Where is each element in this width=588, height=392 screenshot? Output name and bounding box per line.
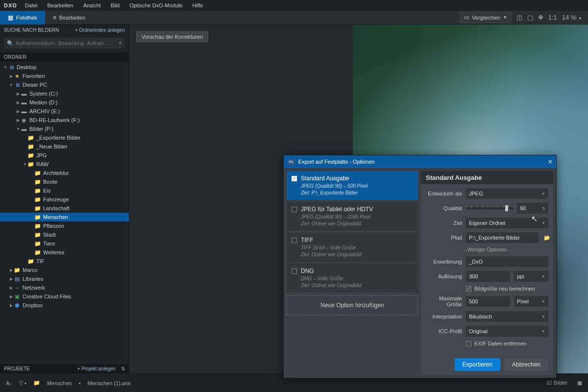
preview-corrections-chip[interactable]: Vorschau der Korrekturen xyxy=(136,31,208,42)
path-field[interactable]: P:\_Exportierte Bilder xyxy=(466,232,539,243)
tree-landschaft[interactable]: 📁Landschaft xyxy=(0,204,129,213)
menu-bearbeiten[interactable]: Bearbeiten xyxy=(43,2,78,8)
tree-favoriten[interactable]: ▶★Favoriten xyxy=(0,72,129,80)
dropbox-icon: ⬢ xyxy=(14,302,21,309)
checkbox-resize[interactable]: ✓ xyxy=(466,286,471,292)
toggle-options-link[interactable]: - Weniger Optionen - xyxy=(426,247,548,252)
mode-bearbeiten[interactable]: ≡ Bearbeiten xyxy=(45,11,93,24)
tree-eis[interactable]: 📁Eis xyxy=(0,186,129,195)
layout-split-icon[interactable]: ◫ xyxy=(516,14,522,21)
slider-thumb[interactable] xyxy=(505,205,508,211)
preset-dng[interactable]: DNG DNG – Volle Größe Ziel: Ordner wie O… xyxy=(287,264,418,293)
tree-medien-d[interactable]: ▶▬Medien (D:) xyxy=(0,98,129,107)
search-box[interactable]: 🔍 × xyxy=(4,38,125,49)
preset-tablet-hdtv[interactable]: JPEG für Tablet oder HDTV JPEG (Qualität… xyxy=(287,202,418,231)
icc-select[interactable]: Original▼ xyxy=(466,326,548,337)
preset-standard[interactable]: ✓Standard Ausgabe JPEG (Qualität 90) – 5… xyxy=(287,171,418,200)
chevron-down-icon: ▼ xyxy=(541,315,545,319)
cancel-button[interactable]: Abbrechen xyxy=(504,358,548,371)
mode-fotothek-label: Fotothek xyxy=(16,15,37,21)
tree-architektur[interactable]: 📁Architektur xyxy=(0,169,129,177)
clear-search-icon[interactable]: × xyxy=(119,40,122,47)
tree-neue-bilder[interactable]: 📁_Neue Bilder xyxy=(0,142,129,151)
spinner-icon[interactable]: ⇅ xyxy=(542,206,545,211)
tree-menschen[interactable]: 📁Menschen xyxy=(0,213,129,221)
tree-bdre-f[interactable]: ▶◉BD-RE-Laufwerk (F:) xyxy=(0,116,129,124)
add-index-link[interactable]: + Ordnerindex anlegen xyxy=(75,27,125,33)
resolution-unit-select[interactable]: ppi▼ xyxy=(514,271,548,282)
tree-pflanzen[interactable]: 📁Pflanzen xyxy=(0,221,129,230)
checkbox-icon[interactable] xyxy=(292,207,297,212)
breadcrumb-folder[interactable]: Menschen xyxy=(47,380,72,386)
max-size-field[interactable]: 500 xyxy=(466,296,510,307)
select-ziel[interactable]: Eigener Ordner▼ xyxy=(466,218,548,228)
folder-icon: 📁 xyxy=(27,135,34,141)
grid-view-icon[interactable]: ▦ xyxy=(577,380,582,386)
checkbox-icon[interactable]: ✓ xyxy=(292,176,297,181)
tree-netzwerk[interactable]: ▶⎓Netzwerk xyxy=(0,283,129,292)
zoom-ratio-label[interactable]: 1:1 xyxy=(548,14,557,21)
export-button[interactable]: Exportieren xyxy=(455,358,500,371)
tree-marco[interactable]: ▶📁Marco xyxy=(0,266,129,274)
folder-icon: 📁 xyxy=(34,188,41,194)
tree-jpg[interactable]: 📁JPG xyxy=(0,151,129,160)
tree-dropbox[interactable]: ▶⬢Dropbox xyxy=(0,301,129,310)
tree-ccf[interactable]: ▶▣Creative Cloud Files xyxy=(0,292,129,301)
tree-tiere[interactable]: 📁Tiere xyxy=(0,239,129,248)
libraries-icon: ▤ xyxy=(14,276,21,282)
filter-icon[interactable]: ▽ ▾ xyxy=(19,380,26,386)
dialog-titlebar[interactable]: PL Export auf Festplatte - Optionen × xyxy=(284,155,556,168)
menu-datei[interactable]: Datei xyxy=(20,2,43,8)
compare-button[interactable]: ▭ Vergleichen ▼ xyxy=(460,12,511,23)
tree-weiteres[interactable]: 📁Weiteres xyxy=(0,248,129,257)
tree-bilder-p[interactable]: ▼▬Bilder (P:) xyxy=(0,124,129,133)
preset-tiff[interactable]: TIFF TIFF 16 bit – Volle Größe Ziel: Ord… xyxy=(287,233,418,262)
chevron-down-icon: ▼ xyxy=(541,299,545,304)
app-logo: DXO xyxy=(4,2,17,8)
chevron-down-icon: ▼ xyxy=(503,15,507,20)
interpolation-select[interactable]: Bikubisch▼ xyxy=(466,311,548,322)
sort-icon[interactable]: ⇅ xyxy=(121,366,125,371)
mode-fotothek[interactable]: ▦ Fotothek xyxy=(0,11,45,24)
tree-system-c[interactable]: ▶▬System (C:) xyxy=(0,89,129,98)
breadcrumb-file[interactable]: Menschen (1).arw xyxy=(88,380,131,386)
drive-icon: ▬ xyxy=(21,91,27,97)
tree-dieser-pc[interactable]: ▼🖥Dieser PC xyxy=(0,80,129,89)
zoom-level[interactable]: 14 % ▼ xyxy=(562,14,582,21)
menu-dxo-module[interactable]: Optische DxO-Module xyxy=(124,2,187,8)
tree-archiv-e[interactable]: ▶▬ARCHIV (E:) xyxy=(0,107,129,116)
tree-stadt[interactable]: 📁Stadt xyxy=(0,230,129,239)
max-size-unit-select[interactable]: Pixel▼ xyxy=(514,296,548,307)
move-icon[interactable]: ✥ xyxy=(538,14,543,21)
resolution-field[interactable]: 300 xyxy=(466,271,510,282)
add-option-button[interactable]: Neue Option hinzufügen xyxy=(287,295,418,315)
tree-tif[interactable]: 📁TIF xyxy=(0,257,129,266)
menu-bild[interactable]: Bild xyxy=(106,2,124,8)
folder-icon: 📁 xyxy=(27,258,34,265)
menu-hilfe[interactable]: Hilfe xyxy=(187,2,208,8)
tree-desktop[interactable]: ▼🖥Desktop xyxy=(0,63,129,72)
quality-slider[interactable] xyxy=(466,207,514,209)
checkbox-exif[interactable] xyxy=(466,341,471,346)
add-project-link[interactable]: + Projekt anlegen xyxy=(77,366,116,371)
folder-icon: 📁 xyxy=(34,179,41,185)
select-entwickeln[interactable]: JPEG▼ xyxy=(466,188,548,199)
tree-fahrzeuge[interactable]: 📁Fahrzeuge xyxy=(0,195,129,204)
checkbox-icon[interactable] xyxy=(292,269,297,274)
search-input[interactable] xyxy=(16,40,119,46)
tree-boote[interactable]: 📁Boote xyxy=(0,177,129,186)
projects-title: PROJEKTE xyxy=(4,366,30,371)
menu-ansicht[interactable]: Ansicht xyxy=(78,2,106,8)
tree-exportierte[interactable]: 📁_Exportierte Bilder xyxy=(0,133,129,142)
label-ziel: Ziel xyxy=(426,220,462,226)
close-icon[interactable]: × xyxy=(548,158,552,166)
browse-folder-icon[interactable]: 📁 xyxy=(543,235,550,241)
tree-raw[interactable]: ▼📁RAW xyxy=(0,160,129,169)
suffix-field[interactable]: _DxO xyxy=(466,256,548,267)
crop-icon[interactable]: ▢ xyxy=(527,14,533,21)
tree-libraries[interactable]: ▶▤Libraries xyxy=(0,274,129,283)
sort-az-icon[interactable]: A↓ xyxy=(6,380,12,386)
quality-value[interactable]: 90⇅ xyxy=(517,203,548,214)
label-aufloesung: Auflösung xyxy=(426,273,462,279)
checkbox-icon[interactable] xyxy=(292,238,297,243)
